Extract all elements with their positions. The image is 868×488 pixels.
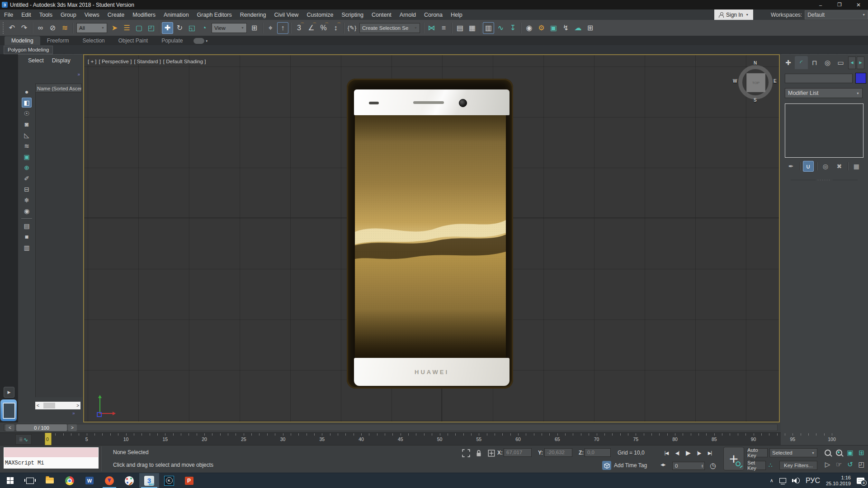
tab-modeling[interactable]: Modeling	[5, 36, 40, 45]
viewport-layout-tab[interactable]	[0, 399, 17, 421]
add-time-tag[interactable]: Add Time Tag	[614, 462, 647, 469]
modify-tab-icon[interactable]: ◜	[795, 56, 808, 69]
chrome-button[interactable]	[60, 473, 80, 488]
modifier-list-dropdown[interactable]: Modifier List ▼	[785, 88, 863, 98]
display-groups-icon[interactable]: ⊕	[22, 163, 32, 173]
display-materials-icon[interactable]: ■	[22, 232, 32, 242]
ribbon-config-icon[interactable]	[193, 38, 204, 44]
material-editor-icon[interactable]: ◉	[524, 22, 535, 34]
render-setup-icon[interactable]: ⚙	[536, 22, 547, 34]
field-of-view-icon[interactable]: ▷	[822, 459, 833, 470]
reference-coordinate-dropdown[interactable]: View ▼	[212, 23, 247, 33]
show-end-result-icon[interactable]: ∪	[803, 161, 814, 172]
viewport-menu-shading[interactable]: [ Default Shading ]	[163, 59, 206, 64]
spinner-arrows[interactable]: ▲▼	[701, 464, 704, 468]
menu-edit[interactable]: Edit	[17, 9, 35, 20]
render-in-cloud-icon[interactable]: ☁	[572, 22, 584, 34]
percent-snap-icon[interactable]: %⌒	[318, 22, 329, 34]
absolute-mode-icon[interactable]	[487, 449, 495, 457]
flyout-arrow-button[interactable]: ▶	[4, 387, 14, 398]
menu-help[interactable]: Help	[447, 9, 467, 20]
select-and-move-icon[interactable]: ✚	[162, 22, 173, 34]
close-button[interactable]: ✕	[849, 0, 868, 9]
time-slider-track[interactable]	[4, 424, 778, 431]
next-frame-icon[interactable]: |▶	[694, 448, 704, 457]
select-and-manipulate-icon[interactable]: ⌖	[265, 22, 276, 34]
tab-object-paint[interactable]: Object Paint	[112, 36, 155, 45]
paint-button[interactable]	[119, 473, 139, 488]
minimize-button[interactable]: –	[811, 0, 830, 9]
go-to-start-icon[interactable]: |◀	[661, 448, 671, 457]
previous-frame-icon[interactable]: ◀|	[672, 448, 682, 457]
orbit-icon[interactable]: ↺	[844, 459, 856, 470]
curve-editor-icon[interactable]: ∿	[495, 22, 506, 34]
scene-object-list[interactable]	[35, 93, 83, 397]
bind-to-spacewarp-icon[interactable]: ≋	[59, 22, 71, 34]
perspective-viewport[interactable]: [ + ] [ Perspective ] [ Standard ] [ Def…	[83, 54, 780, 422]
align-icon[interactable]: ≡	[438, 22, 449, 34]
key-filters-button[interactable]: Key Filters...	[779, 461, 817, 470]
menu-graph-editors[interactable]: Graph Editors	[193, 9, 236, 20]
file-explorer-button[interactable]	[40, 473, 60, 488]
redo-icon[interactable]: ↷	[19, 22, 30, 34]
named-selection-sets-dropdown[interactable]: Create Selection Se ▼	[359, 23, 420, 33]
k-app-button[interactable]: K	[159, 473, 179, 488]
viewport-menu-pov[interactable]: [ Perspective ]	[99, 59, 132, 64]
selection-lock-icon[interactable]	[475, 449, 483, 457]
object-color-swatch[interactable]	[855, 73, 866, 84]
zoom-icon[interactable]	[822, 447, 833, 459]
menu-arnold[interactable]: Arnold	[396, 9, 420, 20]
use-pivot-point-icon[interactable]: ⊞	[249, 22, 260, 34]
tray-caret-icon[interactable]: ∧	[770, 478, 774, 483]
selection-filter-dropdown[interactable]: All ▼	[76, 23, 107, 33]
rectangular-selection-region-icon[interactable]: ▢	[133, 22, 145, 34]
chevron-down-icon[interactable]: ▾	[206, 39, 208, 43]
viewport-menu-general[interactable]: [ + ]	[88, 59, 97, 64]
display-hidden-icon[interactable]: ◉	[22, 206, 32, 216]
display-cameras-icon[interactable]: ◙	[22, 119, 32, 129]
keyboard-shortcut-override-icon[interactable]: ↑	[277, 22, 288, 34]
speaker-icon[interactable]	[792, 478, 800, 483]
maxscript-mini-listener[interactable]: MAXScript Mi	[4, 458, 99, 469]
viewport-menu-renderer[interactable]: [ Standard ]	[134, 59, 160, 64]
compass-west[interactable]: W	[733, 79, 737, 84]
selection-region-icon[interactable]	[462, 449, 470, 457]
object-name-field[interactable]	[785, 74, 853, 83]
polygon-modeling-panel[interactable]: Polygon Modeling	[4, 46, 53, 54]
menu-civil-view[interactable]: Civil View	[270, 9, 302, 20]
rendered-frame-window-icon[interactable]: ▣	[548, 22, 559, 34]
next-frame-button[interactable]: >	[68, 424, 77, 431]
compass-east[interactable]: E	[774, 79, 777, 84]
layer-manager-icon[interactable]: ▤	[454, 22, 466, 34]
display-tab-icon[interactable]: ▭	[834, 56, 847, 69]
select-and-rotate-icon[interactable]: ↻	[174, 22, 185, 34]
pin-stack-icon[interactable]: ✒	[786, 161, 797, 172]
frame-step-arrows[interactable]: ◀▶	[660, 463, 665, 467]
edit-named-selection-sets-icon[interactable]: {✎}	[346, 22, 358, 34]
mirror-icon[interactable]: ⋈	[426, 22, 437, 34]
sign-in-button[interactable]: Sign In ▼	[714, 9, 753, 20]
display-none-icon[interactable]: ●	[22, 87, 32, 97]
snaps-toggle-icon[interactable]: 3⌒	[293, 22, 305, 34]
tab-scroll-right-icon[interactable]: ▶	[857, 56, 864, 69]
menu-animation[interactable]: Animation	[160, 9, 193, 20]
network-icon[interactable]	[779, 478, 786, 483]
select-and-scale-icon[interactable]: ◱	[186, 22, 198, 34]
angle-snap-icon[interactable]: ∠⌒	[306, 22, 317, 34]
select-and-link-icon[interactable]: ∞	[35, 22, 46, 34]
hierarchy-tab-icon[interactable]: ⊓	[808, 56, 821, 69]
display-lights-icon[interactable]: ☉	[22, 108, 32, 118]
y-coordinate-field[interactable]: -20,632	[544, 448, 572, 457]
remove-modifier-icon[interactable]: ✖	[834, 161, 844, 172]
display-helpers-icon[interactable]: ◺	[22, 130, 32, 140]
brave-button[interactable]	[99, 473, 119, 488]
set-key-button[interactable]: Set Key	[747, 461, 766, 470]
explorer-bottom-chevron[interactable]: »	[72, 411, 75, 416]
undo-icon[interactable]: ↶	[6, 22, 18, 34]
set-keys-button[interactable]: +	[723, 447, 744, 470]
track-bar[interactable]: ☰∿ 0510152025303540455055606570758085909…	[0, 432, 781, 445]
zoom-extents-icon[interactable]: ▣	[844, 447, 856, 459]
motion-tab-icon[interactable]: ◎	[821, 56, 834, 69]
tab-freeform[interactable]: Freeform	[40, 36, 76, 45]
current-frame-field[interactable]: 0 ▲▼	[672, 462, 705, 470]
